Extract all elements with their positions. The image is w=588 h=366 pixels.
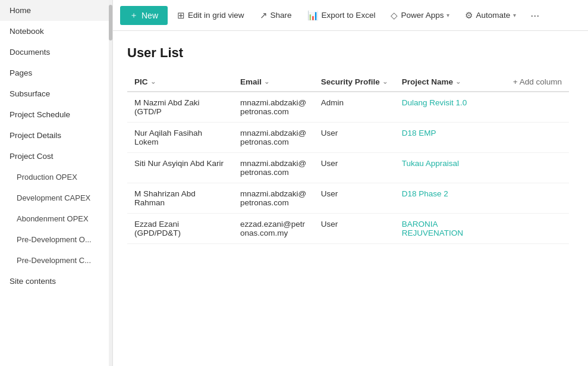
grid-icon: ⊞ — [177, 10, 185, 21]
cell-project-2[interactable]: Tukau Appraisal — [395, 153, 506, 183]
col-header-project-name[interactable]: Project Name ⌄ — [395, 73, 506, 92]
automate-chevron: ▾ — [513, 12, 516, 18]
cell-security-2: User — [314, 153, 395, 183]
table-header-row: PIC ⌄ Email ⌄ Security Profile ⌄ — [127, 73, 569, 92]
cell-empty-2 — [506, 153, 569, 183]
cell-empty-0 — [506, 92, 569, 123]
cell-security-3: User — [314, 183, 395, 214]
table-row: M Shahrizan Abd Rahmanmnazmi.abdzaki@pet… — [127, 183, 569, 214]
table-row: Ezzad Ezani (GPD/PD&T)ezzad.ezani@petron… — [127, 214, 569, 244]
cell-pic-0: M Nazmi Abd Zaki (GTD/P — [127, 92, 233, 123]
new-label: New — [142, 11, 158, 20]
sidebar-item-development-capex[interactable]: Development CAPEX — [0, 187, 112, 208]
sidebar-item-project-cost[interactable]: Project Cost — [0, 146, 112, 167]
toolbar: ＋ New ⊞ Edit in grid view ↗ Share 📊 Expo… — [113, 0, 588, 31]
sidebar-item-abondenment-opex[interactable]: Abondenment OPEX — [0, 208, 112, 229]
email-sort-icon: ⌄ — [264, 78, 269, 86]
automate-button[interactable]: ⚙ Automate ▾ — [459, 7, 522, 24]
main-area: ＋ New ⊞ Edit in grid view ↗ Share 📊 Expo… — [113, 0, 588, 366]
cell-project-4[interactable]: BARONIA REJUVENATION — [395, 214, 506, 244]
sidebar-item-documents[interactable]: Documents — [0, 42, 112, 62]
sidebar-item-subsurface[interactable]: Subsurface — [0, 83, 112, 104]
pic-sort-icon: ⌄ — [150, 78, 156, 86]
more-options-button[interactable]: ··· — [526, 7, 544, 24]
cell-project-1[interactable]: D18 EMP — [395, 123, 506, 153]
content-area: User List PIC ⌄ Email ⌄ — [113, 31, 588, 366]
cell-email-0: mnazmi.abdzaki@petronas.com — [233, 92, 314, 123]
page-title: User List — [127, 45, 569, 61]
col-header-email[interactable]: Email ⌄ — [233, 73, 314, 92]
cell-project-0[interactable]: Dulang Revisit 1.0 — [395, 92, 506, 123]
col-header-security-profile[interactable]: Security Profile ⌄ — [314, 73, 395, 92]
excel-icon: 📊 — [307, 10, 319, 21]
cell-pic-1: Nur Aqilah Fasihah Lokem — [127, 123, 233, 153]
project-sort-icon: ⌄ — [455, 78, 461, 86]
automate-icon: ⚙ — [465, 10, 473, 21]
plus-icon: ＋ — [130, 10, 138, 21]
cell-empty-3 — [506, 183, 569, 214]
sidebar-item-project-schedule[interactable]: Project Schedule — [0, 104, 112, 125]
cell-email-2: mnazmi.abdzaki@petronas.com — [233, 153, 314, 183]
sidebar-item-pre-development-c[interactable]: Pre-Development C... — [0, 250, 112, 271]
table-row: M Nazmi Abd Zaki (GTD/Pmnazmi.abdzaki@pe… — [127, 92, 569, 123]
sidebar-item-pages[interactable]: Pages — [0, 62, 112, 83]
power-apps-button[interactable]: ◇ Power Apps ▾ — [385, 7, 455, 24]
table-row: Siti Nur Asyiqin Abd Karirmnazmi.abdzaki… — [127, 153, 569, 183]
cell-security-0: Admin — [314, 92, 395, 123]
sidebar: HomeNotebookDocumentsPagesSubsurfaceProj… — [0, 0, 113, 366]
cell-pic-2: Siti Nur Asyiqin Abd Karir — [127, 153, 233, 183]
cell-pic-4: Ezzad Ezani (GPD/PD&T) — [127, 214, 233, 244]
col-header-add-column[interactable]: + Add column — [506, 73, 569, 92]
edit-label: Edit in grid view — [188, 11, 244, 20]
export-label: Export to Excel — [322, 11, 376, 20]
power-apps-chevron: ▾ — [446, 12, 449, 18]
cell-pic-3: M Shahrizan Abd Rahman — [127, 183, 233, 214]
export-button[interactable]: 📊 Export to Excel — [301, 7, 382, 24]
share-label: Share — [271, 11, 292, 20]
cell-email-3: mnazmi.abdzaki@petronas.com — [233, 183, 314, 214]
sidebar-item-production-opex[interactable]: Production OPEX — [0, 167, 112, 187]
sidebar-item-project-details[interactable]: Project Details — [0, 125, 112, 146]
cell-security-4: User — [314, 214, 395, 244]
share-icon: ↗ — [260, 10, 268, 21]
cell-email-1: mnazmi.abdzaki@petronas.com — [233, 123, 314, 153]
edit-grid-button[interactable]: ⊞ Edit in grid view — [171, 7, 250, 24]
table-row: Nur Aqilah Fasihah Lokemmnazmi.abdzaki@p… — [127, 123, 569, 153]
power-apps-label: Power Apps — [401, 11, 444, 20]
share-button[interactable]: ↗ Share — [254, 7, 298, 24]
sidebar-item-notebook[interactable]: Notebook — [0, 21, 112, 42]
automate-label: Automate — [476, 11, 510, 20]
cell-project-3[interactable]: D18 Phase 2 — [395, 183, 506, 214]
sidebar-item-site-contents[interactable]: Site contents — [0, 271, 112, 292]
sidebar-item-pre-development-o[interactable]: Pre-Development O... — [0, 229, 112, 250]
security-sort-icon: ⌄ — [382, 78, 388, 86]
power-apps-icon: ◇ — [391, 10, 398, 21]
col-header-pic[interactable]: PIC ⌄ — [127, 73, 233, 92]
cell-empty-4 — [506, 214, 569, 244]
cell-email-4: ezzad.ezani@petronas.com.my — [233, 214, 314, 244]
cell-security-1: User — [314, 123, 395, 153]
new-button[interactable]: ＋ New — [120, 6, 168, 25]
user-list-table: PIC ⌄ Email ⌄ Security Profile ⌄ — [127, 73, 569, 244]
cell-empty-1 — [506, 123, 569, 153]
sidebar-item-home[interactable]: Home — [0, 0, 112, 21]
